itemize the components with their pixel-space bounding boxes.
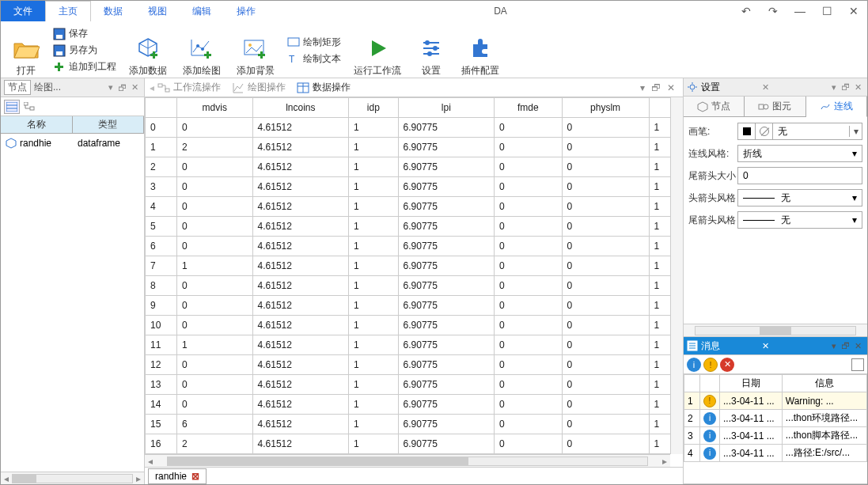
menu-data[interactable]: 数据	[91, 1, 135, 21]
redo-icon[interactable]: ↷	[760, 5, 787, 17]
rtab-prim-label: 图元	[772, 100, 791, 113]
chevron-down-icon[interactable]: ▾	[852, 214, 857, 225]
ribbon-settings[interactable]: 设置	[409, 23, 453, 78]
ribbon-runflow[interactable]: 运行工作流	[346, 23, 409, 78]
table-row[interactable]: 1304.6151216.90775001	[146, 375, 683, 395]
prop-headstyle-value[interactable]: 无▾	[737, 189, 862, 207]
table-row[interactable]: 004.6151216.90775001	[146, 118, 683, 138]
table-row[interactable]: 304.6151216.90775001	[146, 177, 683, 197]
menu-home[interactable]: 主页	[45, 1, 91, 21]
tree-view-icon[interactable]	[21, 100, 37, 114]
table-row[interactable]: 204.6151216.90775001	[146, 157, 683, 177]
ribbon-addbg[interactable]: 添加背景	[229, 23, 282, 78]
data-grid[interactable]: mdvislncoinsidplpifmdephyslm004.6151216.…	[145, 97, 683, 467]
menu-op[interactable]: 操作	[224, 1, 268, 21]
table-row[interactable]: 404.6151216.90775001	[146, 197, 683, 217]
table-row[interactable]: 1204.6151216.90775001	[146, 355, 683, 375]
pin-icon[interactable]: 🗗	[841, 341, 850, 350]
menu-edit[interactable]: 编辑	[180, 1, 224, 21]
table-row[interactable]: 804.6151216.90775001	[146, 276, 683, 296]
grid-hscroll[interactable]: ◂▸	[145, 454, 670, 467]
prop-tailstyle-value[interactable]: 无▾	[737, 211, 862, 229]
msg-grid[interactable]: 日期信息1!...3-04-11 ...Warning: ...2i...3-0…	[684, 374, 867, 483]
left-hscroll[interactable]: ◂▸	[1, 472, 144, 484]
close-icon[interactable]: ✕	[855, 341, 862, 351]
ribbon-drawrect[interactable]: 绘制矩形	[287, 36, 341, 49]
close-icon[interactable]: ✕	[855, 82, 862, 93]
ribbon-drawtext[interactable]: T绘制文本	[287, 52, 341, 66]
close-button[interactable]: ✕	[840, 5, 867, 17]
chevron-down-icon[interactable]: ▾	[852, 148, 857, 159]
ribbon-addplot[interactable]: 添加绘图	[175, 23, 229, 78]
table-row[interactable]: 1004.6151216.90775001	[146, 316, 683, 335]
pin-icon[interactable]: 🗗	[651, 82, 661, 93]
ribbon-open[interactable]: 打开	[4, 23, 48, 78]
ribbon-adddata[interactable]: 添加数据	[121, 23, 175, 78]
info-filter-icon[interactable]: i	[687, 358, 701, 372]
close-icon[interactable]: ✕	[131, 82, 138, 93]
ribbon-plugins[interactable]: 插件配置	[453, 23, 507, 78]
tab-randhie[interactable]: randhie⊠	[148, 468, 207, 484]
ribbon-addproj[interactable]: 追加到工程	[53, 60, 116, 74]
ribbon-saveas[interactable]: 另存为	[53, 44, 97, 57]
close-icon[interactable]: ✕	[762, 82, 769, 93]
menu-file[interactable]: 文件	[1, 1, 45, 21]
prop-tailsize-value[interactable]: 0	[737, 167, 862, 184]
table-row[interactable]: 1404.6151216.90775001	[146, 395, 683, 415]
table-row[interactable]: 904.6151216.90775001	[146, 296, 683, 316]
close-icon[interactable]: ✕	[762, 341, 769, 351]
chevron-left-icon[interactable]: ◂	[150, 82, 154, 93]
prop-brush-value[interactable]: 无 ▾	[737, 123, 862, 140]
left-col-name[interactable]: 名称	[1, 116, 73, 133]
tab-close-icon[interactable]: ⊠	[191, 471, 199, 482]
left-tab-node[interactable]: 节点	[4, 80, 31, 95]
settings-hscroll[interactable]	[684, 324, 867, 336]
printer-icon[interactable]	[851, 358, 864, 371]
ribbon-save[interactable]: 保存	[53, 27, 88, 40]
dropdown-icon[interactable]: ▾	[640, 82, 645, 93]
rtab-prim[interactable]: 图元	[745, 97, 805, 116]
list-view-icon[interactable]	[4, 100, 20, 114]
color-swatch-black[interactable]	[738, 123, 756, 139]
table-row[interactable]: 714.6151216.90775001	[146, 256, 683, 276]
tool-dataop[interactable]: 数据操作	[297, 81, 351, 94]
table-row[interactable]: 1114.6151216.90775001	[146, 335, 683, 355]
rtab-node[interactable]: 节点	[684, 97, 745, 116]
table-row[interactable]: 604.6151216.90775001	[146, 237, 683, 256]
error-filter-icon[interactable]: ✕	[720, 358, 734, 372]
msg-row[interactable]: 2i...3-04-11 ......thon环境路径...	[684, 410, 867, 427]
table-row[interactable]: 1564.6151216.90775001	[146, 415, 683, 434]
tool-flowop[interactable]: 工作流操作	[157, 81, 221, 94]
menu-view[interactable]: 视图	[135, 1, 180, 21]
warn-filter-icon[interactable]: !	[703, 358, 718, 372]
prop-linestyle-value[interactable]: 折线▾	[737, 145, 862, 162]
close-icon[interactable]: ✕	[667, 82, 675, 93]
pin-icon[interactable]: 🗗	[118, 83, 127, 93]
pin-icon[interactable]: 🗗	[841, 82, 850, 92]
ribbon-saveas-label: 另存为	[69, 44, 97, 57]
left-col-type[interactable]: 类型	[73, 116, 145, 133]
table-row[interactable]: 504.6151216.90775001	[146, 217, 683, 237]
dropdown-icon[interactable]: ▾	[108, 82, 113, 93]
undo-icon[interactable]: ↶	[733, 5, 760, 17]
maximize-button[interactable]: ☐	[813, 5, 840, 17]
chevron-down-icon[interactable]: ▾	[849, 126, 862, 137]
dropdown-icon[interactable]: ▾	[832, 82, 836, 93]
dropdown-icon[interactable]: ▾	[832, 341, 836, 351]
tool-plotop[interactable]: 绘图操作	[232, 81, 286, 94]
table-row[interactable]: 1624.6151216.90775001	[146, 434, 683, 454]
minimize-button[interactable]: —	[787, 5, 813, 17]
rtab-line[interactable]: 连线	[806, 97, 867, 117]
table-row[interactable]: 124.6151216.90775001	[146, 138, 683, 157]
chevron-down-icon[interactable]: ▾	[852, 192, 857, 203]
rtab-line-label: 连线	[834, 100, 853, 113]
msg-row[interactable]: 4i...3-04-11 ......路径:E:/src/...	[684, 445, 867, 462]
save-icon	[53, 28, 66, 40]
left-tab-plot[interactable]: 绘图...	[31, 81, 64, 94]
msg-row[interactable]: 3i...3-04-11 ......thon脚本路径...	[684, 427, 867, 445]
settings-panel-header: 设置 ✕ ▾ 🗗 ✕	[684, 78, 867, 97]
grid-vscroll[interactable]	[670, 97, 683, 454]
left-item-randhie[interactable]: randhie dataframe	[1, 134, 144, 153]
color-swatch-none[interactable]	[756, 123, 773, 139]
msg-row[interactable]: 1!...3-04-11 ...Warning: ...	[684, 392, 867, 410]
